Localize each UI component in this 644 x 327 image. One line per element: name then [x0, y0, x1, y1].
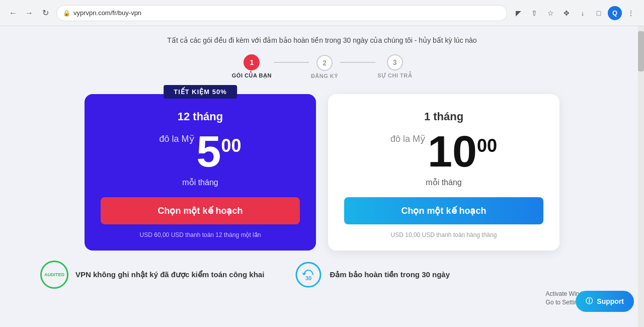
step-3: 3 SỰ CHI TRẢ [377, 54, 412, 79]
browser-toolbar: ← → ↻ 🔒 vyprvpn.com/fr/buy-vpn ◤ ⇧ ☆ ✥ ↓… [0, 0, 644, 26]
feature-money-back: 30 Đảm bảo hoàn tiền trong 30 ngày [294, 261, 450, 289]
step-2-label: ĐĂNG KÝ [311, 73, 338, 79]
back-button[interactable]: ← [6, 6, 20, 20]
nav-buttons: ← → ↻ [6, 6, 52, 20]
svg-point-0 [296, 263, 320, 287]
step-connector-1 [274, 62, 309, 63]
step-connector-2 [340, 62, 375, 63]
money-back-icon: 30 [294, 261, 323, 289]
reload-button[interactable]: ↻ [38, 6, 52, 20]
annual-billing-note: USD 60,00 USD thanh toán 12 tháng một lầ… [101, 231, 300, 238]
feature-audited-text: VPN không ghi nhật ký đã được kiểm toán … [75, 270, 264, 279]
step-2: 2 ĐĂNG KÝ [311, 55, 338, 79]
monthly-price-decimal: 00 [477, 135, 497, 156]
annual-currency: đô la Mỹ [159, 133, 194, 144]
annual-plan-card: TIẾT KIỆM 50% 12 tháng đô la Mỹ 5 00 mỗi… [85, 94, 316, 251]
step-3-circle: 3 [387, 54, 403, 70]
monthly-billing-note: USD 10,00 USD thanh toán hàng tháng [344, 231, 543, 238]
share-button[interactable]: ⇧ [527, 6, 541, 20]
annual-duration: 12 tháng [101, 110, 300, 123]
audited-icon: AUDITED [40, 261, 68, 289]
monthly-duration: 1 tháng [344, 110, 543, 123]
download-button[interactable]: ↓ [576, 6, 590, 20]
tab-button[interactable]: □ [592, 6, 606, 20]
select-monthly-button[interactable]: Chọn một kế hoạch [344, 197, 543, 224]
savings-badge: TIẾT KIỆM 50% [164, 85, 237, 99]
monthly-price-row: đô la Mỹ 10 00 [344, 129, 543, 174]
annual-price-main: 5 [197, 129, 221, 174]
extension-button[interactable]: ✥ [559, 6, 574, 20]
browser-actions: ◤ ⇧ ☆ ✥ ↓ □ Q ⋮ [511, 6, 638, 20]
feature-money-back-text: Đảm bảo hoàn tiền trong 30 ngày [330, 270, 450, 279]
select-annual-button[interactable]: Chọn một kế hoạch [101, 197, 300, 224]
scrollbar-thumb [638, 31, 644, 71]
step-3-label: SỰ CHI TRẢ [377, 72, 412, 79]
scrollbar[interactable] [638, 26, 644, 327]
monthly-currency: đô la Mỹ [390, 133, 426, 144]
svg-text:30: 30 [305, 275, 311, 281]
profile-button[interactable]: Q [608, 6, 622, 20]
support-label: Support [597, 297, 624, 305]
annual-price-row: đô la Mỹ 5 00 [101, 129, 300, 174]
url-text: vyprvpn.com/fr/buy-vpn [73, 9, 141, 17]
lock-icon: 🔒 [63, 10, 70, 17]
step-1-label: GÓI CỦA BẠN [232, 72, 272, 79]
monthly-price-main: 10 [428, 129, 477, 174]
annual-price-period: mỗi tháng [101, 178, 300, 187]
forward-button[interactable]: → [22, 6, 36, 20]
monthly-plan-card: 1 tháng đô la Mỹ 10 00 mỗi tháng Chọn mộ… [328, 94, 559, 251]
page-subtitle: Tất cả các gói đều đi kèm với đảm bảo ho… [167, 36, 476, 44]
page-content: Tất cả các gói đều đi kèm với đảm bảo ho… [0, 26, 644, 299]
cast-button[interactable]: ◤ [511, 6, 525, 20]
monthly-price-period: mỗi tháng [344, 178, 543, 187]
annual-price-decimal: 00 [221, 135, 241, 156]
menu-button[interactable]: ⋮ [624, 6, 638, 20]
step-1-circle: 1 [244, 54, 260, 70]
step-2-circle: 2 [316, 55, 333, 71]
bookmark-button[interactable]: ☆ [543, 6, 557, 20]
step-1: 1 GÓI CỦA BẠN [232, 54, 272, 79]
support-icon: ⓘ [586, 297, 593, 306]
steps-indicator: 1 GÓI CỦA BẠN 2 ĐĂNG KÝ 3 SỰ CHI TRẢ [232, 54, 412, 79]
pricing-section: TIẾT KIỆM 50% 12 tháng đô la Mỹ 5 00 mỗi… [74, 94, 570, 251]
support-button[interactable]: ⓘ Support [576, 291, 634, 312]
feature-audited: AUDITED VPN không ghi nhật ký đã được ki… [40, 261, 264, 289]
address-bar[interactable]: 🔒 vyprvpn.com/fr/buy-vpn [56, 5, 507, 21]
